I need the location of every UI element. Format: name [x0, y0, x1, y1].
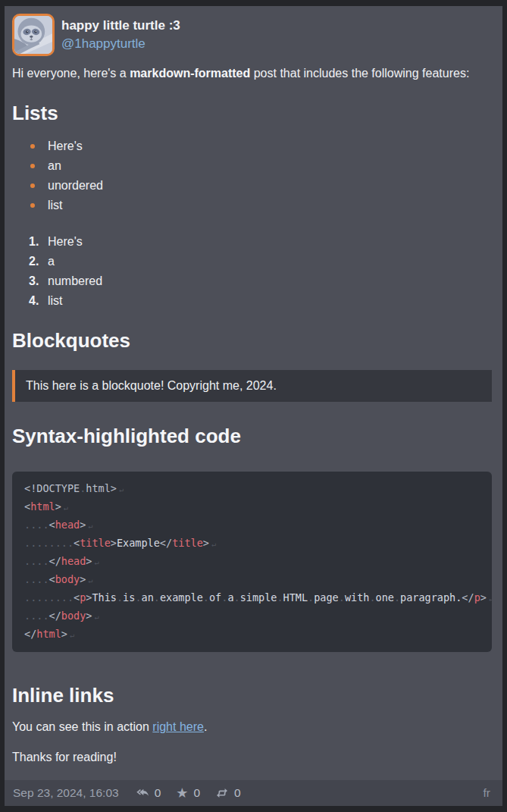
author-block: happy little turtle :3 @1happyturtle	[61, 17, 180, 53]
favourite-count: 0	[193, 786, 200, 800]
list-item: list	[48, 196, 492, 215]
ordered-list: Here'sanumberedlist	[12, 232, 492, 311]
boost-count: 0	[234, 786, 241, 800]
ordered-list-item: Here's	[48, 232, 492, 252]
post-card: happy little turtle :3 @1happyturtle Hi …	[5, 6, 502, 806]
star-icon: ★	[176, 786, 188, 800]
code-line: ....</body>↵	[24, 607, 480, 625]
boost-icon	[215, 786, 229, 800]
code-line: ....</head>↵	[24, 552, 480, 570]
code-line: ....<body>↵	[24, 570, 480, 588]
blockquote-text: This here is a blockquote! Copyright me,…	[26, 376, 481, 396]
post-content: Hi everyone, here's a markdown-formatted…	[12, 64, 492, 767]
links-text: You can see this in action	[12, 720, 152, 733]
end-of-line-mark: ↵	[211, 540, 216, 548]
end-of-line-mark: ↵	[88, 576, 92, 585]
code-line: ........<p>This.is.an.example.of.a.simpl…	[24, 588, 480, 607]
avatar[interactable]	[12, 14, 55, 56]
blockquote: This here is a blockquote! Copyright me,…	[12, 370, 492, 402]
intro-text: Hi everyone, here's a	[12, 67, 130, 80]
inline-link[interactable]: right here	[152, 720, 204, 733]
code-line: <!DOCTYPE.html>↵	[24, 479, 480, 497]
end-of-line-mark: ↵	[489, 594, 492, 603]
ordered-list-item: list	[48, 291, 492, 311]
code-line: <html>↵	[24, 497, 480, 516]
end-of-line-mark: ↵	[119, 485, 124, 494]
post-stats: 0 ★ 0 0	[136, 786, 241, 800]
favourite-button[interactable]: ★ 0	[176, 786, 200, 800]
timestamp[interactable]: Sep 23, 2024, 16:03	[13, 786, 119, 800]
code-line: </html>↵	[24, 625, 480, 643]
links-text-after: .	[204, 720, 207, 733]
reply-button[interactable]: 0	[136, 786, 161, 800]
section-heading-code: Syntax-highlighted code	[12, 425, 492, 447]
list-item: Here's	[48, 136, 492, 156]
ordered-list-item: a	[48, 252, 492, 271]
intro-bold-text: markdown-formatted	[130, 67, 250, 80]
code-block: <!DOCTYPE.html>↵<html>↵....<head>↵......…	[12, 472, 492, 652]
end-of-line-mark: ↵	[88, 522, 92, 530]
intro-text-after: post that includes the following feature…	[250, 67, 469, 80]
language-badge: fr	[484, 786, 490, 800]
section-heading-lists: Lists	[12, 102, 492, 124]
sloth-avatar-image	[14, 16, 52, 54]
end-of-line-mark: ↵	[64, 503, 68, 512]
boost-button[interactable]: 0	[215, 786, 241, 800]
closing-paragraph: Thanks for reading!	[12, 748, 492, 767]
post-footer: Sep 23, 2024, 16:03 0 ★ 0 0 fr	[5, 780, 502, 806]
intro-paragraph: Hi everyone, here's a markdown-formatted…	[12, 64, 492, 83]
reply-icon	[136, 786, 149, 800]
end-of-line-mark: ↵	[94, 558, 99, 566]
reply-count: 0	[155, 786, 161, 800]
list-item: unordered	[48, 176, 492, 196]
post-header: happy little turtle :3 @1happyturtle	[12, 14, 492, 56]
ordered-list-item: numbered	[48, 271, 492, 291]
code-line: ....<head>↵	[24, 516, 480, 534]
post-main: happy little turtle :3 @1happyturtle Hi …	[5, 6, 502, 780]
section-heading-blockquotes: Blockquotes	[12, 329, 492, 352]
links-paragraph: You can see this in action right here.	[12, 717, 492, 737]
list-item: an	[48, 156, 492, 176]
section-heading-links: Inline links	[12, 684, 492, 707]
display-name: happy little turtle :3	[61, 17, 180, 35]
handle-link[interactable]: @1happyturtle	[61, 36, 146, 51]
code-line: ........<title>Example</title>↵	[24, 534, 480, 552]
unordered-list: Here'sanunorderedlist	[12, 136, 492, 215]
end-of-line-mark: ↵	[94, 613, 99, 621]
end-of-line-mark: ↵	[70, 631, 74, 639]
